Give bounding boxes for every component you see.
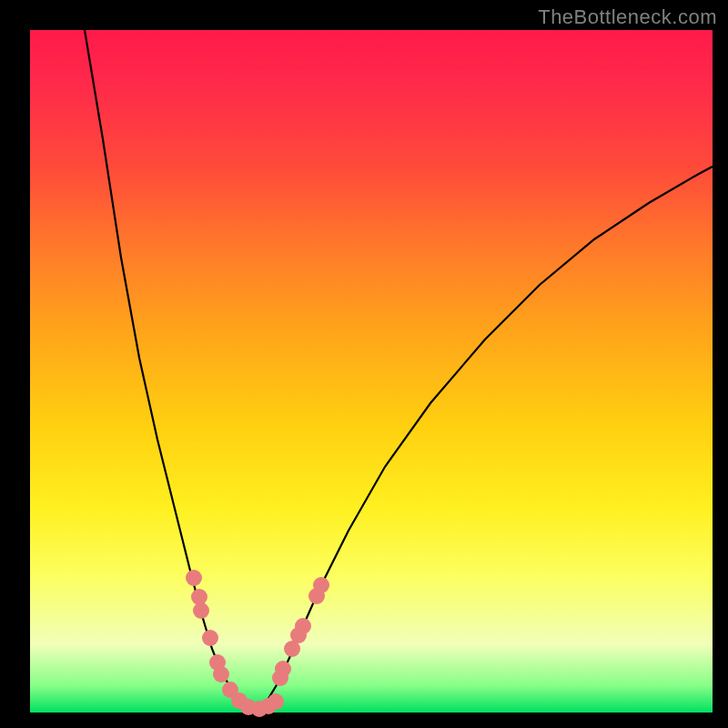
- right-curve: [258, 167, 713, 711]
- curve-layer: [30, 30, 713, 713]
- left-curve-dot: [213, 666, 229, 682]
- chart-stage: TheBottleneck.com: [0, 0, 728, 728]
- left-curve-dot: [193, 602, 209, 619]
- right-curve-dot: [313, 577, 329, 593]
- data-dots: [186, 570, 329, 717]
- left-curve-dot: [186, 570, 202, 586]
- plot-area: [30, 30, 713, 713]
- watermark-text: TheBottleneck.com: [538, 5, 717, 29]
- left-curve-dot: [202, 630, 218, 646]
- right-curve-dot: [284, 641, 300, 657]
- right-curve-dot: [272, 670, 288, 686]
- valley-dot: [268, 693, 284, 710]
- left-curve: [85, 30, 258, 711]
